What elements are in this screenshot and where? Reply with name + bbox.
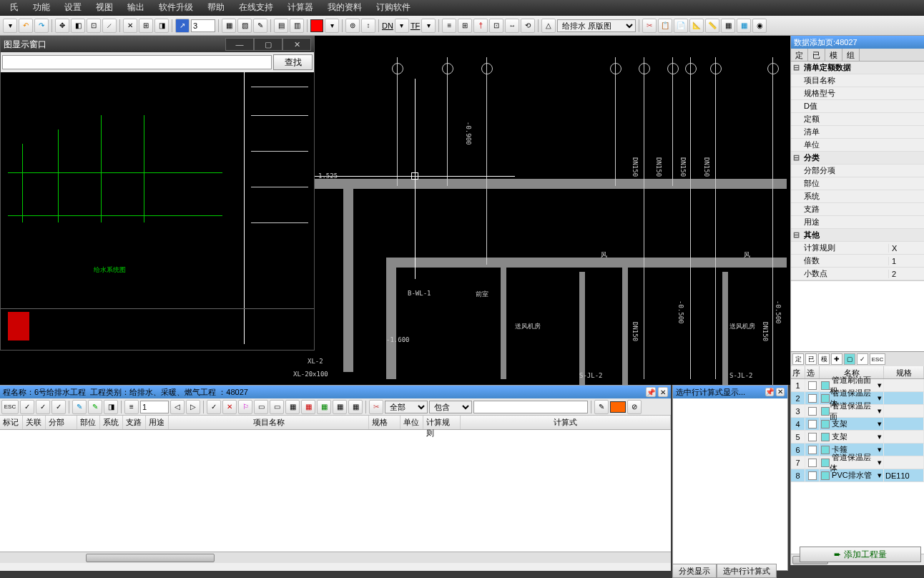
tool-button[interactable]: ▦ xyxy=(301,400,315,414)
tool-button[interactable]: ✎ xyxy=(88,400,102,414)
tool-button[interactable]: △ xyxy=(541,19,556,33)
horizontal-scrollbar[interactable] xyxy=(0,552,671,563)
list-item[interactable]: 8 PVC排水管▾DE110 xyxy=(791,469,924,482)
tool-button[interactable]: ≡ xyxy=(124,400,139,414)
tool-button[interactable]: ✎ xyxy=(253,19,267,33)
rp-tab[interactable]: 定 xyxy=(791,49,808,61)
tool-button[interactable]: ↗ xyxy=(175,19,190,33)
list-item[interactable]: 4 支架▾ xyxy=(791,418,924,431)
move-icon[interactable]: ✥ xyxy=(55,19,69,33)
delete-button[interactable]: ✕ xyxy=(222,400,237,414)
menu-item[interactable]: 输出 xyxy=(120,1,152,14)
list-item[interactable]: 5 支架▾ xyxy=(791,431,924,444)
col-header[interactable]: 序 xyxy=(791,366,805,378)
tool-button[interactable]: ✓ xyxy=(36,400,50,414)
menu-item[interactable]: 视图 xyxy=(89,1,120,14)
tool-button[interactable]: ✕ xyxy=(123,19,137,33)
tool-button[interactable]: 📄 xyxy=(674,19,688,33)
tool-button[interactable]: 📏 xyxy=(705,19,719,33)
eraser-icon[interactable]: ◨ xyxy=(104,400,118,414)
prop-value[interactable]: X xyxy=(888,244,924,253)
tool-button[interactable]: ▦ xyxy=(721,19,735,33)
menu-item[interactable]: 软件升级 xyxy=(152,1,200,14)
close-icon[interactable]: ✕ xyxy=(776,388,785,396)
dropdown-icon[interactable]: ▾ xyxy=(325,19,339,33)
filter-contain-select[interactable]: 包含 xyxy=(429,401,472,413)
pin-icon[interactable]: 📌 xyxy=(646,387,656,397)
prev-button[interactable]: ◁ xyxy=(170,400,185,414)
menu-item[interactable]: 氏 xyxy=(3,1,26,14)
checkbox[interactable] xyxy=(808,471,817,480)
tool-button[interactable]: ▤ xyxy=(274,19,288,33)
col-header[interactable]: 系统 xyxy=(100,416,123,429)
number-input[interactable] xyxy=(140,401,169,413)
tf-label[interactable]: TF xyxy=(411,21,420,30)
tool-button[interactable]: ⊘ xyxy=(627,400,642,414)
maximize-button[interactable]: ▢ xyxy=(254,38,282,51)
tool-button[interactable]: ⊡ xyxy=(87,19,101,33)
filter-all-select[interactable]: 全部 xyxy=(385,401,428,413)
rp-tab[interactable]: 已 xyxy=(808,49,825,61)
prop-value[interactable]: 2 xyxy=(888,270,924,278)
search-button[interactable]: 查找 xyxy=(273,54,313,70)
expand-icon[interactable]: ⊟ xyxy=(791,230,801,240)
layer-select[interactable]: 给排水 原版图 xyxy=(557,19,636,32)
col-header[interactable]: 规格 xyxy=(369,416,400,429)
floatwin-search-input[interactable] xyxy=(2,55,272,69)
col-header[interactable]: 部位 xyxy=(77,416,100,429)
calendar-icon[interactable]: ▦ xyxy=(737,19,751,33)
tool-button[interactable]: ⊞ xyxy=(139,19,153,33)
filter-input[interactable] xyxy=(473,401,588,413)
tool-button[interactable]: ⊡ xyxy=(489,19,503,33)
tool-button[interactable]: ◨ xyxy=(154,19,169,33)
col-header[interactable]: 关联 xyxy=(23,416,46,429)
color-swatch[interactable] xyxy=(310,19,323,32)
rp-tab[interactable]: 模 xyxy=(825,49,842,61)
tool-button[interactable]: ◉ xyxy=(752,19,767,33)
mini-btn[interactable]: ✓ xyxy=(857,353,868,365)
tool-button[interactable]: 📐 xyxy=(689,19,704,33)
tool-button[interactable]: ▥ xyxy=(290,19,304,33)
tool-button[interactable]: ↕ xyxy=(361,19,375,33)
checkbox[interactable] xyxy=(808,433,817,441)
col-header[interactable]: 用途 xyxy=(146,416,169,429)
prop-value[interactable]: 1 xyxy=(888,257,924,265)
close-button[interactable]: ✕ xyxy=(282,38,311,51)
dn-label[interactable]: DN xyxy=(382,21,393,30)
tool-button[interactable]: ⟲ xyxy=(521,19,535,33)
tool-button[interactable]: ▦ xyxy=(222,19,236,33)
menu-item[interactable]: 设置 xyxy=(57,1,89,14)
tool-button[interactable]: ✎ xyxy=(594,400,609,414)
tool-button[interactable]: ▦ xyxy=(333,400,347,414)
undo-button[interactable]: ↶ xyxy=(19,19,33,33)
excel-icon[interactable]: ▦ xyxy=(317,400,331,414)
tool-button[interactable]: ✓ xyxy=(207,400,221,414)
mini-btn[interactable]: ▢ xyxy=(844,353,855,365)
menu-item[interactable]: 帮助 xyxy=(200,1,232,14)
tool-button[interactable]: ✓ xyxy=(20,400,34,414)
tool-button[interactable]: ▭ xyxy=(270,400,284,414)
expand-icon[interactable]: ⊟ xyxy=(791,63,801,72)
col-header[interactable]: 项目名称 xyxy=(169,416,369,429)
tool-button[interactable]: 📋 xyxy=(658,19,672,33)
col-header[interactable]: 标记 xyxy=(0,416,23,429)
expand-icon[interactable]: ⊟ xyxy=(791,153,801,162)
dropdown-icon[interactable]: ▾ xyxy=(421,19,436,33)
floatwin-titlebar[interactable]: 图显示窗口 — ▢ ✕ xyxy=(1,36,314,52)
esc-button[interactable]: ESC xyxy=(870,353,885,365)
color-swatch[interactable] xyxy=(610,401,626,413)
footer-tab[interactable]: 分类显示 xyxy=(672,564,717,578)
close-icon[interactable]: ✕ xyxy=(658,387,668,397)
mini-tab[interactable]: 定 xyxy=(792,353,804,365)
mini-btn[interactable]: ✚ xyxy=(831,353,842,365)
menu-item[interactable]: 功能 xyxy=(26,1,57,14)
col-header[interactable]: 计算式 xyxy=(461,416,671,429)
menu-item[interactable]: 计算器 xyxy=(280,1,320,14)
col-header[interactable]: 分部 xyxy=(46,416,77,429)
menu-item[interactable]: 订购软件 xyxy=(369,1,418,14)
col-header[interactable]: 单位 xyxy=(400,416,423,429)
mini-tab[interactable]: 已 xyxy=(805,353,817,365)
list-item[interactable]: 3 管道保温层面▾ xyxy=(791,405,924,418)
esc-button[interactable]: ESC xyxy=(1,400,19,414)
menu-item[interactable]: 我的资料 xyxy=(320,1,369,14)
